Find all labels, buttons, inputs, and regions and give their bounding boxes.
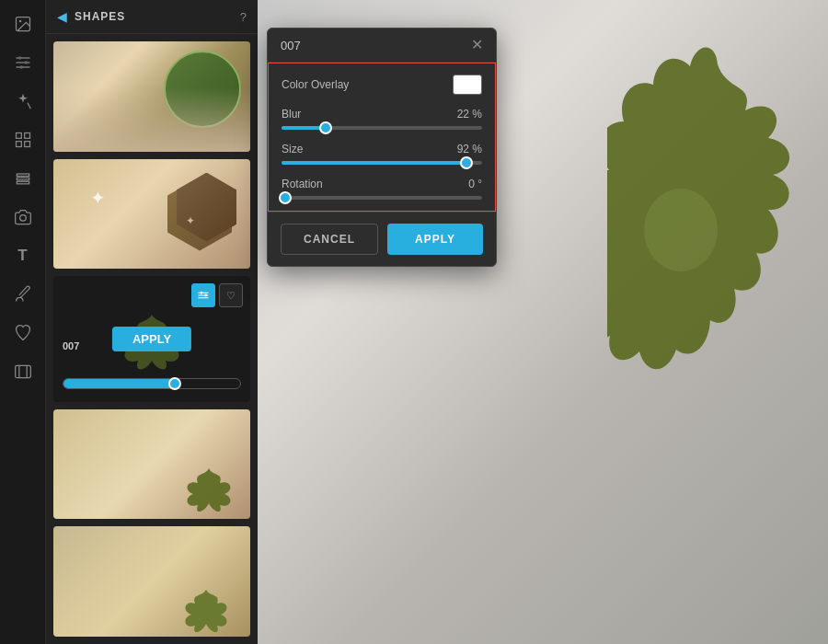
shape-thumbnail: [53, 41, 250, 152]
brush-icon[interactable]: [6, 278, 40, 311]
dialog-title: 007: [281, 39, 301, 52]
size-control: Size 92 %: [282, 143, 482, 165]
svg-rect-12: [24, 142, 29, 147]
shapes-panel: ◀ SHAPES ? ✦ ✦: [46, 0, 258, 644]
rotation-slider-knob[interactable]: [279, 191, 292, 204]
svg-point-16: [19, 215, 26, 222]
svg-point-25: [644, 189, 718, 271]
shape-item-girl-plain[interactable]: [53, 526, 250, 637]
main-content: 007 ✕ Color Overlay Blur 22 %: [258, 0, 828, 644]
rotation-value: 0 °: [468, 178, 482, 190]
svg-point-1: [18, 20, 20, 22]
adjust-button[interactable]: [191, 283, 215, 307]
settings-dialog: 007 ✕ Color Overlay Blur 22 %: [267, 28, 497, 267]
shape-thumbnail: [53, 526, 250, 637]
shapes-grid: ✦ ✦ 007: [46, 34, 258, 644]
dialog-body: Color Overlay Blur 22 %: [268, 63, 496, 212]
size-slider-knob[interactable]: [460, 156, 473, 169]
shape-item-girl-flower[interactable]: [53, 409, 250, 520]
blur-slider-knob[interactable]: [319, 121, 332, 134]
rotation-header: Rotation 0 °: [282, 178, 482, 190]
magic-icon[interactable]: [6, 85, 40, 118]
dialog-header: 007 ✕: [268, 29, 496, 63]
shape-item-circle-girl[interactable]: [53, 41, 250, 152]
size-slider-thumb[interactable]: [63, 378, 241, 389]
svg-point-5: [18, 56, 21, 59]
camera-icon[interactable]: [6, 201, 40, 234]
blur-header: Blur 22 %: [282, 108, 482, 121]
back-button[interactable]: ◀: [57, 9, 67, 24]
blur-label: Blur: [282, 108, 301, 121]
heart-icon[interactable]: [6, 316, 40, 350]
size-header: Size 92 %: [282, 143, 482, 155]
apply-thumb-button[interactable]: APPLY: [112, 327, 191, 351]
shape-thumbnail: ✦ ✦: [53, 159, 250, 270]
slider-knob[interactable]: [168, 377, 181, 390]
layers-icon[interactable]: [6, 162, 40, 195]
rotation-label: Rotation: [282, 178, 323, 190]
svg-point-7: [19, 65, 22, 68]
apply-button[interactable]: APPLY: [387, 224, 483, 255]
item-actions: ♡: [191, 283, 243, 307]
svg-rect-9: [16, 133, 21, 139]
canvas-shape: [607, 46, 828, 506]
favorite-button[interactable]: ♡: [219, 283, 243, 307]
help-button[interactable]: ?: [240, 10, 247, 24]
rotation-control: Rotation 0 °: [282, 178, 482, 200]
svg-rect-11: [16, 142, 21, 147]
size-slider-track[interactable]: [282, 161, 482, 165]
svg-rect-17: [15, 365, 30, 377]
size-label: Size: [282, 143, 303, 155]
svg-point-6: [24, 61, 27, 63]
adjustments-icon[interactable]: [6, 46, 40, 79]
text-icon[interactable]: T: [6, 239, 40, 272]
film-icon[interactable]: [6, 355, 40, 388]
left-toolbar: T: [0, 0, 46, 644]
svg-rect-10: [24, 133, 29, 139]
panel-header: ◀ SHAPES ?: [46, 0, 258, 34]
cancel-button[interactable]: CANCEL: [281, 224, 378, 255]
svg-rect-15: [17, 181, 29, 184]
dialog-footer: CANCEL APPLY: [268, 212, 496, 266]
panel-title: SHAPES: [75, 10, 233, 23]
color-overlay-swatch[interactable]: [453, 75, 482, 95]
svg-point-23: [201, 292, 203, 294]
shape-item-hex-girl[interactable]: ✦ ✦: [53, 159, 250, 270]
svg-rect-14: [17, 178, 29, 180]
svg-rect-13: [17, 174, 29, 177]
blur-control: Blur 22 %: [282, 108, 482, 130]
size-value: 92 %: [457, 143, 482, 155]
blur-slider-track[interactable]: [282, 126, 482, 130]
shape-thumbnail: [53, 409, 250, 520]
blur-value: 22 %: [457, 108, 482, 121]
size-slider-fill: [282, 161, 466, 165]
close-icon[interactable]: ✕: [471, 38, 483, 52]
shape-item-007[interactable]: 007 ♡ APPLY: [53, 276, 250, 402]
rotation-slider-track[interactable]: [282, 196, 482, 200]
svg-line-8: [28, 103, 30, 109]
image-icon[interactable]: [6, 7, 40, 40]
slider-fill: [63, 379, 178, 388]
color-overlay-label: Color Overlay: [282, 78, 349, 91]
item-label-007: 007: [63, 340, 79, 351]
grid-icon[interactable]: [6, 123, 40, 156]
svg-point-24: [204, 294, 207, 297]
color-overlay-row: Color Overlay: [282, 75, 482, 95]
